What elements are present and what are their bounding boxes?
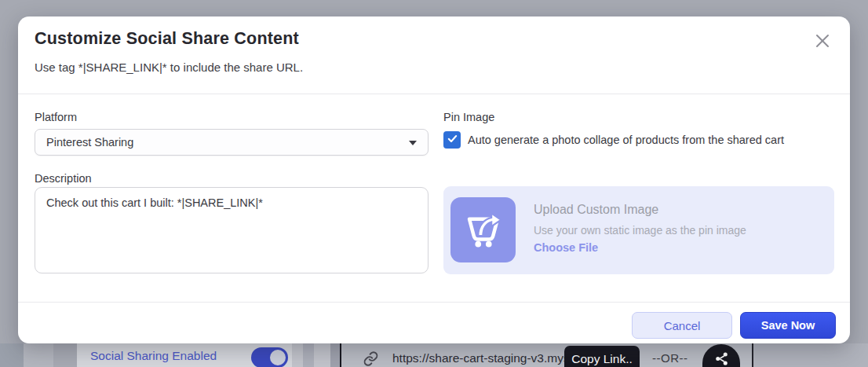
- description-textarea[interactable]: Check out this cart I built: *|SHARE_LIN…: [35, 187, 429, 273]
- share-url-text[interactable]: https://share-cart-staging-v3.mys: [392, 351, 570, 365]
- background-band: [0, 343, 24, 367]
- screen: Social Sharing Enabled https://share-car…: [0, 0, 868, 367]
- auto-generate-checkbox-label: Auto generate a photo collage of product…: [468, 134, 784, 146]
- background-band: [330, 343, 340, 367]
- modal-subtitle: Use tag *|SHARE_LINK|* to include the sh…: [35, 61, 303, 74]
- social-sharing-label: Social Sharing Enabled: [90, 349, 217, 363]
- cancel-button[interactable]: Cancel: [632, 312, 732, 339]
- footer-divider: [18, 302, 850, 303]
- description-label: Description: [35, 172, 92, 185]
- background-band: [303, 343, 314, 367]
- background-band: [292, 343, 303, 367]
- background-band: [314, 343, 330, 367]
- modal-title: Customize Social Share Content: [35, 29, 299, 49]
- check-icon: [447, 133, 458, 148]
- auto-generate-checkbox[interactable]: [443, 131, 461, 149]
- auto-generate-option: Auto generate a photo collage of product…: [443, 131, 784, 149]
- header-divider: [18, 94, 850, 94]
- upload-image-tile: [450, 197, 516, 262]
- background-band: [24, 343, 53, 367]
- social-sharing-toggle[interactable]: [251, 347, 288, 367]
- close-icon: [813, 31, 832, 53]
- upload-title: Upload Custom Image: [534, 203, 658, 217]
- choose-file-link[interactable]: Choose File: [534, 241, 598, 254]
- platform-select[interactable]: Pinterest Sharing: [35, 129, 429, 156]
- chevron-down-icon: [409, 141, 417, 145]
- cart-share-icon: [462, 207, 505, 253]
- platform-selected-value: Pinterest Sharing: [46, 136, 133, 149]
- share-icon: [714, 351, 729, 367]
- close-button[interactable]: [812, 32, 833, 53]
- link-icon: [363, 350, 379, 367]
- upload-subtitle: Use your own static image as the pin ima…: [534, 224, 746, 237]
- background-band: [53, 343, 77, 367]
- toggle-knob: [268, 348, 287, 367]
- background-band: [753, 343, 868, 367]
- pin-image-label: Pin Image: [443, 111, 494, 123]
- save-now-button[interactable]: Save Now: [740, 312, 836, 339]
- copy-link-button[interactable]: Copy Link..: [564, 346, 640, 367]
- customize-social-share-modal: Customize Social Share Content Use tag *…: [18, 17, 850, 343]
- platform-label: Platform: [35, 111, 77, 123]
- or-separator-label: --OR--: [652, 351, 687, 365]
- upload-custom-image-panel: Upload Custom Image Use your own static …: [443, 186, 834, 274]
